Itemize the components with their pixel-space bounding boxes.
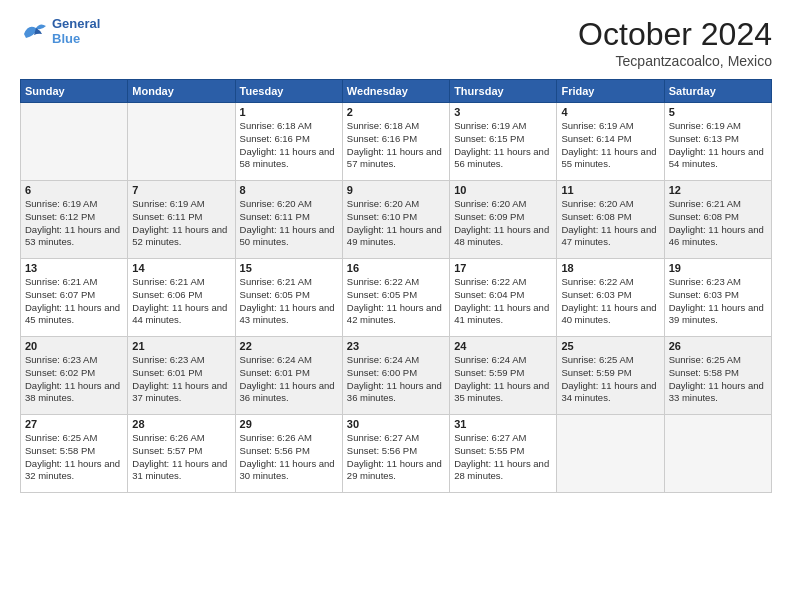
header: General Blue October 2024 Tecpantzacoalc… bbox=[20, 16, 772, 69]
day-info: Sunrise: 6:22 AM Sunset: 6:05 PM Dayligh… bbox=[347, 276, 445, 327]
header-row: SundayMondayTuesdayWednesdayThursdayFrid… bbox=[21, 80, 772, 103]
day-cell: 29Sunrise: 6:26 AM Sunset: 5:56 PM Dayli… bbox=[235, 415, 342, 493]
day-info: Sunrise: 6:27 AM Sunset: 5:55 PM Dayligh… bbox=[454, 432, 552, 483]
day-cell: 16Sunrise: 6:22 AM Sunset: 6:05 PM Dayli… bbox=[342, 259, 449, 337]
day-number: 18 bbox=[561, 262, 659, 274]
page: General Blue October 2024 Tecpantzacoalc… bbox=[0, 0, 792, 612]
day-cell bbox=[21, 103, 128, 181]
day-number: 2 bbox=[347, 106, 445, 118]
title-block: October 2024 Tecpantzacoalco, Mexico bbox=[578, 16, 772, 69]
day-number: 24 bbox=[454, 340, 552, 352]
day-cell: 18Sunrise: 6:22 AM Sunset: 6:03 PM Dayli… bbox=[557, 259, 664, 337]
calendar: SundayMondayTuesdayWednesdayThursdayFrid… bbox=[20, 79, 772, 493]
day-info: Sunrise: 6:24 AM Sunset: 5:59 PM Dayligh… bbox=[454, 354, 552, 405]
day-number: 10 bbox=[454, 184, 552, 196]
day-cell bbox=[664, 415, 771, 493]
day-cell: 15Sunrise: 6:21 AM Sunset: 6:05 PM Dayli… bbox=[235, 259, 342, 337]
day-cell: 21Sunrise: 6:23 AM Sunset: 6:01 PM Dayli… bbox=[128, 337, 235, 415]
day-cell: 6Sunrise: 6:19 AM Sunset: 6:12 PM Daylig… bbox=[21, 181, 128, 259]
day-info: Sunrise: 6:25 AM Sunset: 5:58 PM Dayligh… bbox=[669, 354, 767, 405]
day-info: Sunrise: 6:24 AM Sunset: 6:00 PM Dayligh… bbox=[347, 354, 445, 405]
logo-bird-icon bbox=[20, 20, 48, 42]
day-number: 23 bbox=[347, 340, 445, 352]
day-number: 1 bbox=[240, 106, 338, 118]
day-cell: 9Sunrise: 6:20 AM Sunset: 6:10 PM Daylig… bbox=[342, 181, 449, 259]
day-info: Sunrise: 6:23 AM Sunset: 6:01 PM Dayligh… bbox=[132, 354, 230, 405]
week-row-3: 13Sunrise: 6:21 AM Sunset: 6:07 PM Dayli… bbox=[21, 259, 772, 337]
day-number: 21 bbox=[132, 340, 230, 352]
day-cell: 13Sunrise: 6:21 AM Sunset: 6:07 PM Dayli… bbox=[21, 259, 128, 337]
day-info: Sunrise: 6:19 AM Sunset: 6:13 PM Dayligh… bbox=[669, 120, 767, 171]
day-cell: 23Sunrise: 6:24 AM Sunset: 6:00 PM Dayli… bbox=[342, 337, 449, 415]
day-number: 30 bbox=[347, 418, 445, 430]
day-info: Sunrise: 6:27 AM Sunset: 5:56 PM Dayligh… bbox=[347, 432, 445, 483]
day-cell: 8Sunrise: 6:20 AM Sunset: 6:11 PM Daylig… bbox=[235, 181, 342, 259]
day-info: Sunrise: 6:26 AM Sunset: 5:56 PM Dayligh… bbox=[240, 432, 338, 483]
day-number: 12 bbox=[669, 184, 767, 196]
day-number: 11 bbox=[561, 184, 659, 196]
day-cell: 12Sunrise: 6:21 AM Sunset: 6:08 PM Dayli… bbox=[664, 181, 771, 259]
col-header-sunday: Sunday bbox=[21, 80, 128, 103]
col-header-monday: Monday bbox=[128, 80, 235, 103]
day-number: 22 bbox=[240, 340, 338, 352]
day-number: 14 bbox=[132, 262, 230, 274]
day-cell: 7Sunrise: 6:19 AM Sunset: 6:11 PM Daylig… bbox=[128, 181, 235, 259]
day-cell: 2Sunrise: 6:18 AM Sunset: 6:16 PM Daylig… bbox=[342, 103, 449, 181]
day-info: Sunrise: 6:19 AM Sunset: 6:12 PM Dayligh… bbox=[25, 198, 123, 249]
month-title: October 2024 bbox=[578, 16, 772, 53]
day-info: Sunrise: 6:18 AM Sunset: 6:16 PM Dayligh… bbox=[347, 120, 445, 171]
day-number: 28 bbox=[132, 418, 230, 430]
day-number: 5 bbox=[669, 106, 767, 118]
day-info: Sunrise: 6:21 AM Sunset: 6:06 PM Dayligh… bbox=[132, 276, 230, 327]
col-header-wednesday: Wednesday bbox=[342, 80, 449, 103]
day-info: Sunrise: 6:23 AM Sunset: 6:02 PM Dayligh… bbox=[25, 354, 123, 405]
day-cell bbox=[557, 415, 664, 493]
day-cell: 10Sunrise: 6:20 AM Sunset: 6:09 PM Dayli… bbox=[450, 181, 557, 259]
day-number: 16 bbox=[347, 262, 445, 274]
day-info: Sunrise: 6:20 AM Sunset: 6:10 PM Dayligh… bbox=[347, 198, 445, 249]
day-number: 26 bbox=[669, 340, 767, 352]
day-cell: 14Sunrise: 6:21 AM Sunset: 6:06 PM Dayli… bbox=[128, 259, 235, 337]
day-cell: 3Sunrise: 6:19 AM Sunset: 6:15 PM Daylig… bbox=[450, 103, 557, 181]
day-number: 6 bbox=[25, 184, 123, 196]
day-number: 8 bbox=[240, 184, 338, 196]
day-info: Sunrise: 6:20 AM Sunset: 6:11 PM Dayligh… bbox=[240, 198, 338, 249]
day-info: Sunrise: 6:19 AM Sunset: 6:11 PM Dayligh… bbox=[132, 198, 230, 249]
day-number: 19 bbox=[669, 262, 767, 274]
week-row-5: 27Sunrise: 6:25 AM Sunset: 5:58 PM Dayli… bbox=[21, 415, 772, 493]
col-header-thursday: Thursday bbox=[450, 80, 557, 103]
day-info: Sunrise: 6:22 AM Sunset: 6:04 PM Dayligh… bbox=[454, 276, 552, 327]
day-cell: 25Sunrise: 6:25 AM Sunset: 5:59 PM Dayli… bbox=[557, 337, 664, 415]
day-number: 15 bbox=[240, 262, 338, 274]
day-number: 3 bbox=[454, 106, 552, 118]
day-info: Sunrise: 6:22 AM Sunset: 6:03 PM Dayligh… bbox=[561, 276, 659, 327]
col-header-saturday: Saturday bbox=[664, 80, 771, 103]
day-info: Sunrise: 6:21 AM Sunset: 6:08 PM Dayligh… bbox=[669, 198, 767, 249]
day-cell: 31Sunrise: 6:27 AM Sunset: 5:55 PM Dayli… bbox=[450, 415, 557, 493]
day-cell: 26Sunrise: 6:25 AM Sunset: 5:58 PM Dayli… bbox=[664, 337, 771, 415]
day-number: 29 bbox=[240, 418, 338, 430]
day-number: 7 bbox=[132, 184, 230, 196]
logo: General Blue bbox=[20, 16, 100, 46]
week-row-2: 6Sunrise: 6:19 AM Sunset: 6:12 PM Daylig… bbox=[21, 181, 772, 259]
location: Tecpantzacoalco, Mexico bbox=[578, 53, 772, 69]
day-cell: 17Sunrise: 6:22 AM Sunset: 6:04 PM Dayli… bbox=[450, 259, 557, 337]
day-cell: 27Sunrise: 6:25 AM Sunset: 5:58 PM Dayli… bbox=[21, 415, 128, 493]
day-info: Sunrise: 6:19 AM Sunset: 6:14 PM Dayligh… bbox=[561, 120, 659, 171]
day-number: 27 bbox=[25, 418, 123, 430]
day-info: Sunrise: 6:20 AM Sunset: 6:09 PM Dayligh… bbox=[454, 198, 552, 249]
day-number: 9 bbox=[347, 184, 445, 196]
day-info: Sunrise: 6:21 AM Sunset: 6:07 PM Dayligh… bbox=[25, 276, 123, 327]
col-header-friday: Friday bbox=[557, 80, 664, 103]
day-number: 31 bbox=[454, 418, 552, 430]
day-number: 4 bbox=[561, 106, 659, 118]
day-cell bbox=[128, 103, 235, 181]
day-cell: 19Sunrise: 6:23 AM Sunset: 6:03 PM Dayli… bbox=[664, 259, 771, 337]
day-cell: 4Sunrise: 6:19 AM Sunset: 6:14 PM Daylig… bbox=[557, 103, 664, 181]
day-cell: 20Sunrise: 6:23 AM Sunset: 6:02 PM Dayli… bbox=[21, 337, 128, 415]
day-cell: 30Sunrise: 6:27 AM Sunset: 5:56 PM Dayli… bbox=[342, 415, 449, 493]
day-info: Sunrise: 6:26 AM Sunset: 5:57 PM Dayligh… bbox=[132, 432, 230, 483]
day-info: Sunrise: 6:19 AM Sunset: 6:15 PM Dayligh… bbox=[454, 120, 552, 171]
col-header-tuesday: Tuesday bbox=[235, 80, 342, 103]
day-info: Sunrise: 6:25 AM Sunset: 5:59 PM Dayligh… bbox=[561, 354, 659, 405]
